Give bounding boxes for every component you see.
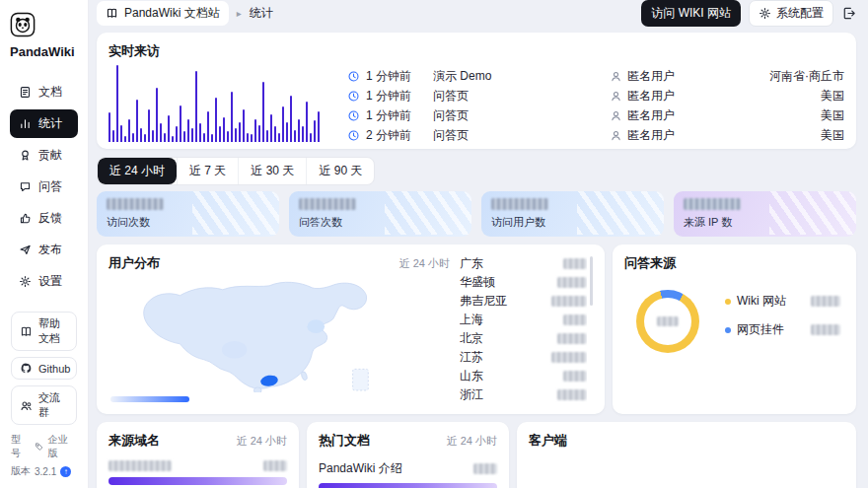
realtime-title: 实时来访 xyxy=(108,42,844,60)
legend-item: Wiki 网站 xyxy=(725,293,840,310)
region-name: 广东 xyxy=(460,255,483,272)
sidebar-item-label: 统计 xyxy=(38,115,62,132)
hidden-stat-value xyxy=(684,198,741,210)
user-distribution-period: 近 24 小时 xyxy=(399,256,450,271)
footer-link-label: 交流群 xyxy=(38,390,68,420)
visit-row[interactable]: 2 分钟前 问答页 匿名用户 美国 xyxy=(347,125,844,145)
hot-docs-period: 近 24 小时 xyxy=(447,434,497,449)
china-map[interactable] xyxy=(108,276,434,392)
model-value: 企业版 xyxy=(48,433,77,460)
region-row: 江苏 xyxy=(460,348,587,367)
tab-24h[interactable]: 近 24 小时 xyxy=(98,158,177,184)
document-icon xyxy=(19,86,32,99)
sidebar: PandaWiki 文档 统计 贡献 问答 反馈 发布 设置 帮助文档 Gith… xyxy=(0,0,89,488)
source-domain-header: 来源域名 近 24 小时 xyxy=(108,432,287,450)
breadcrumb-kb[interactable]: PandaWiki 文档站 xyxy=(97,1,229,26)
stat-cards: 访问次数 问答次数 访问用户数 来源 IP 数 xyxy=(97,191,856,237)
stat-label: 访问用户数 xyxy=(491,215,654,230)
sidebar-menu: 文档 统计 贡献 问答 反馈 发布 设置 xyxy=(0,75,88,299)
clients-title: 客户端 xyxy=(529,432,844,450)
logo-text: PandaWiki xyxy=(10,44,78,59)
hot-docs-header: 热门文档 近 24 小时 xyxy=(319,432,497,450)
main: PandaWiki 文档站 ▸ 统计 访问 WIKI 网站 系统配置 实时来访 xyxy=(89,0,868,488)
hidden-stat-value xyxy=(107,198,164,210)
distribution-region-panel: 广东 华盛顿 弗吉尼亚 上海 北京 江苏 山东 浙江 xyxy=(460,254,593,404)
model-label: 型号 xyxy=(11,433,31,460)
tab-90d[interactable]: 近 90 天 xyxy=(306,158,374,184)
footer-link-help-docs[interactable]: 帮助文档 xyxy=(11,312,77,351)
sidebar-item-feedback[interactable]: 反馈 xyxy=(10,204,78,233)
legend-dot xyxy=(725,299,731,305)
update-badge-icon[interactable] xyxy=(60,466,71,477)
clock-icon xyxy=(347,109,360,122)
sidebar-item-label: 设置 xyxy=(38,273,62,290)
sidebar-item-publish[interactable]: 发布 xyxy=(10,236,78,264)
sidebar-item-qa[interactable]: 问答 xyxy=(10,173,78,201)
qa-source-card: 问答来源 Wiki 网站 网页挂件 xyxy=(613,244,856,414)
scrollbar[interactable] xyxy=(590,256,593,306)
map-color-scale xyxy=(110,396,189,402)
stat-card-qa-count: 问答次数 xyxy=(289,191,471,237)
region-row: 弗吉尼亚 xyxy=(460,292,587,311)
visit-page: 问答页 xyxy=(433,127,604,144)
logout-icon[interactable] xyxy=(841,6,856,21)
tab-30d[interactable]: 近 30 天 xyxy=(238,158,306,184)
visit-row[interactable]: 1 分钟前 演示 Demo 匿名用户 河南省·商丘市 xyxy=(347,66,844,86)
visit-row[interactable]: 1 分钟前 问答页 匿名用户 美国 xyxy=(347,86,844,105)
app: PandaWiki 文档 统计 贡献 问答 反馈 发布 设置 帮助文档 Gith… xyxy=(0,0,868,488)
hidden-legend-value xyxy=(811,296,840,307)
hot-doc-name: PandaWiki 介绍 xyxy=(319,460,402,477)
map-region-hainan xyxy=(253,387,261,392)
sidebar-item-contribution[interactable]: 贡献 xyxy=(10,141,78,170)
user-distribution-card: 用户分布 近 24 小时 xyxy=(97,244,605,414)
qa-source-body: Wiki 网站 网页挂件 xyxy=(624,272,844,353)
footer-link-community[interactable]: 交流群 xyxy=(11,385,77,425)
sidebar-item-settings[interactable]: 设置 xyxy=(10,267,78,296)
footer-link-github[interactable]: Github xyxy=(11,357,77,380)
logo[interactable]: PandaWiki xyxy=(0,0,88,63)
kb-book-icon xyxy=(106,7,118,20)
region-list[interactable]: 广东 华盛顿 弗吉尼亚 上海 北京 江苏 山东 浙江 xyxy=(460,254,587,404)
legend-dot xyxy=(725,327,731,333)
version-info: 型号 企业版 版本 3.2.1 xyxy=(11,433,77,478)
region-name: 北京 xyxy=(460,330,483,347)
version-label: 版本 xyxy=(11,464,31,478)
bottom-row: 来源域名 近 24 小时 热门文档 近 24 小时 Pand xyxy=(97,422,856,488)
hot-doc-row[interactable]: PandaWiki 介绍 xyxy=(319,460,497,477)
hot-docs-title: 热门文档 xyxy=(319,432,370,450)
legend-item: 网页挂件 xyxy=(725,321,840,338)
model-row: 型号 企业版 xyxy=(11,433,77,460)
region-row: 上海 xyxy=(460,311,587,329)
visit-row[interactable]: 1 分钟前 问答页 匿名用户 美国 xyxy=(347,105,844,125)
visit-wiki-button[interactable]: 访问 WIKI 网站 xyxy=(641,0,741,27)
realtime-card: 实时来访 1 分钟前 演示 Demo 匿名用户 河南省·商丘市 1 分钟前 问答… xyxy=(97,33,856,149)
region-name: 弗吉尼亚 xyxy=(460,293,507,310)
mid-row: 用户分布 近 24 小时 xyxy=(97,244,856,414)
region-name: 上海 xyxy=(460,312,483,328)
hidden-region-value xyxy=(551,352,587,363)
south-sea-inset xyxy=(353,369,369,390)
visit-location: 美国 xyxy=(734,127,844,144)
hidden-region-value xyxy=(557,389,587,400)
tab-7d[interactable]: 近 7 天 xyxy=(177,158,238,184)
system-config-button[interactable]: 系统配置 xyxy=(749,0,833,27)
sidebar-item-label: 贡献 xyxy=(38,147,62,164)
region-row: 浙江 xyxy=(460,385,587,404)
stat-label: 来源 IP 数 xyxy=(684,215,846,230)
content: 实时来访 1 分钟前 演示 Demo 匿名用户 河南省·商丘市 1 分钟前 问答… xyxy=(97,33,856,488)
sidebar-item-label: 问答 xyxy=(38,178,62,195)
region-row: 山东 xyxy=(460,367,587,385)
topbar-right: 访问 WIKI 网站 系统配置 xyxy=(641,0,856,27)
sidebar-item-documents[interactable]: 文档 xyxy=(10,78,78,106)
source-domain-title: 来源域名 xyxy=(108,432,160,450)
hidden-stat-value xyxy=(491,198,548,210)
hidden-domain-name xyxy=(108,460,172,471)
visit-time: 2 分钟前 xyxy=(366,127,427,144)
visit-page: 演示 Demo xyxy=(433,68,604,85)
realtime-visit-list: 1 分钟前 演示 Demo 匿名用户 河南省·商丘市 1 分钟前 问答页 匿名用… xyxy=(347,65,844,146)
contribution-icon xyxy=(19,149,32,162)
source-domain-bar xyxy=(108,477,287,485)
tag-icon xyxy=(35,442,44,452)
sidebar-item-label: 反馈 xyxy=(38,210,62,227)
sidebar-item-statistics[interactable]: 统计 xyxy=(10,109,78,138)
